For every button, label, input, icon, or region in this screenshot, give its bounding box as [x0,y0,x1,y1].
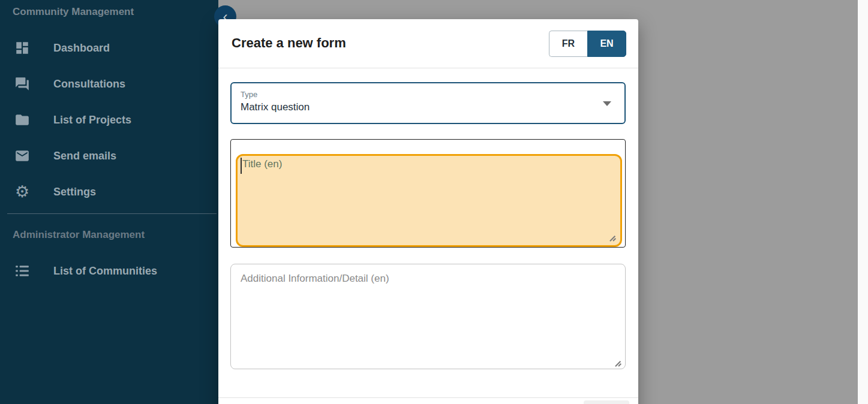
list-icon [14,263,30,279]
sidebar-item-communities[interactable]: List of Communities [0,258,218,284]
sidebar-item-projects[interactable]: List of Projects [0,107,218,133]
select-caret-icon [603,101,611,106]
sidebar-item-dashboard[interactable]: Dashboard [0,35,218,61]
sidebar-item-label: Dashboard [53,42,110,55]
gear-icon: ⚙ [14,184,30,200]
dialog-footer-button[interactable] [584,400,629,404]
consultations-icon [14,76,30,92]
lang-fr-button[interactable]: FR [549,31,587,57]
right-scroll-strip[interactable] [858,0,868,404]
type-select-value: Matrix question [241,101,310,113]
language-toggle: FR EN [549,31,626,57]
dialog-footer-divider [218,397,638,398]
title-textarea[interactable] [236,154,622,247]
mail-icon [14,148,30,164]
sidebar-item-label: List of Communities [53,265,157,278]
type-select[interactable]: Type Matrix question [230,82,626,124]
sidebar-divider [7,213,217,214]
folder-icon [14,112,30,128]
dialog-title: Create a new form [232,35,346,51]
sidebar-section-admin: Administrator Management [0,223,145,241]
create-form-dialog: Create a new form FR EN Type Matrix ques… [218,19,638,404]
sidebar-item-settings[interactable]: ⚙ Settings [0,179,218,205]
sidebar-item-consultations[interactable]: Consultations [0,71,218,97]
lang-en-button[interactable]: EN [587,31,626,57]
sidebar-item-label: Consultations [53,78,125,91]
sidebar-item-label: Settings [53,186,96,198]
text-caret [241,158,242,174]
type-select-label: Type [241,90,257,99]
sidebar-item-label: Send emails [53,150,116,162]
dashboard-icon [14,40,30,56]
dialog-header-divider [218,68,638,68]
title-field-group [230,139,626,248]
sidebar-item-label: List of Projects [53,114,131,126]
detail-textarea[interactable] [230,264,626,369]
sidebar-section-community: Community Management [0,0,218,18]
sidebar: Community Management Dashboard Consultat… [0,0,218,404]
sidebar-item-send-emails[interactable]: Send emails [0,143,218,169]
